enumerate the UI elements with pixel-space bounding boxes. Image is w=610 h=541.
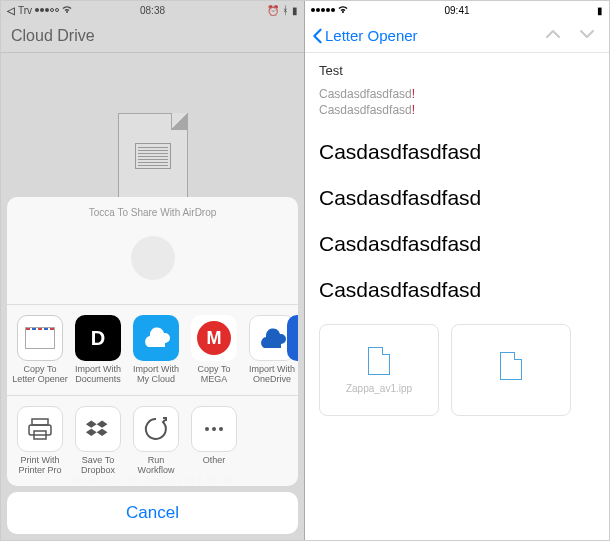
nav-bar: Letter Opener bbox=[305, 19, 609, 53]
share-sheet: Tocca To Share With AirDrop Copy To Lett… bbox=[7, 197, 298, 534]
attachment-card[interactable] bbox=[451, 324, 571, 416]
back-button[interactable]: Letter Opener bbox=[311, 27, 418, 44]
body-line: Casdasdfasdfasd bbox=[319, 140, 595, 164]
svg-point-4 bbox=[212, 427, 216, 431]
chevron-up-icon bbox=[545, 27, 561, 41]
prev-message-button[interactable] bbox=[545, 27, 561, 45]
cancel-button[interactable]: Cancel bbox=[7, 492, 298, 534]
svg-rect-0 bbox=[32, 419, 48, 425]
svg-point-3 bbox=[205, 427, 209, 431]
chevron-down-icon bbox=[579, 27, 595, 41]
preview-line: Casdasdfasdfasd bbox=[319, 86, 595, 102]
share-app-letter-opener[interactable]: Copy To Letter Opener bbox=[11, 315, 69, 387]
svg-rect-1 bbox=[29, 425, 51, 435]
body-line: Casdasdfasdfasd bbox=[319, 186, 595, 210]
attachments: Zappa_av1.ipp bbox=[319, 324, 595, 416]
action-printer-pro[interactable]: Print With Printer Pro bbox=[11, 406, 69, 478]
status-bar: 09:41 ▮ bbox=[305, 1, 609, 19]
share-actions-row[interactable]: Print With Printer Pro Save To Dropbox R… bbox=[7, 396, 298, 486]
dropbox-icon bbox=[75, 406, 121, 452]
mycloud-icon bbox=[133, 315, 179, 361]
back-label: Letter Opener bbox=[325, 27, 418, 44]
share-app-mega[interactable]: M Copy To MEGA bbox=[185, 315, 243, 387]
message-subject: Test bbox=[319, 63, 595, 78]
airdrop-title: Tocca To Share With AirDrop bbox=[15, 207, 290, 218]
next-message-button[interactable] bbox=[579, 27, 595, 45]
more-icon bbox=[191, 406, 237, 452]
letter-opener-icon bbox=[17, 315, 63, 361]
documents-icon: D bbox=[75, 315, 121, 361]
td-icon bbox=[287, 315, 298, 361]
share-sheet-panel: Tocca To Share With AirDrop Copy To Lett… bbox=[7, 197, 298, 486]
left-phone-screen: ◁ Trv 08:38 ⏰ ᚼ ▮ Cloud Drive Modificato… bbox=[1, 1, 305, 540]
airdrop-avatar-placeholder bbox=[131, 236, 175, 280]
printer-icon bbox=[17, 406, 63, 452]
right-phone-screen: 09:41 ▮ Letter Opener Test Casdasdfasdfa… bbox=[305, 1, 609, 540]
body-line: Casdasdfasdfasd bbox=[319, 278, 595, 302]
share-apps-row[interactable]: Copy To Letter Opener D Import With Docu… bbox=[7, 305, 298, 396]
body-line: Casdasdfasdfasd bbox=[319, 232, 595, 256]
svg-point-5 bbox=[219, 427, 223, 431]
share-app-documents[interactable]: D Import With Documents bbox=[69, 315, 127, 387]
share-app-mycloud[interactable]: Import With My Cloud bbox=[127, 315, 185, 387]
attachment-card[interactable]: Zappa_av1.ipp bbox=[319, 324, 439, 416]
mega-icon: M bbox=[191, 315, 237, 361]
file-icon bbox=[500, 352, 522, 380]
preview-line: Casdasdfasdfasd bbox=[319, 102, 595, 118]
attachment-name: Zappa_av1.ipp bbox=[346, 383, 412, 394]
run-workflow-icon bbox=[133, 406, 179, 452]
status-time: 09:41 bbox=[305, 5, 609, 16]
airdrop-section[interactable]: Tocca To Share With AirDrop bbox=[7, 197, 298, 305]
message-content[interactable]: Test Casdasdfasdfasd Casdasdfasdfasd Cas… bbox=[305, 53, 609, 540]
action-workflow[interactable]: Run Workflow bbox=[127, 406, 185, 478]
action-other[interactable]: Other bbox=[185, 406, 243, 478]
file-icon bbox=[368, 347, 390, 375]
chevron-left-icon bbox=[311, 28, 323, 44]
message-preview: Casdasdfasdfasd Casdasdfasdfasd bbox=[319, 86, 595, 118]
action-dropbox[interactable]: Save To Dropbox bbox=[69, 406, 127, 478]
